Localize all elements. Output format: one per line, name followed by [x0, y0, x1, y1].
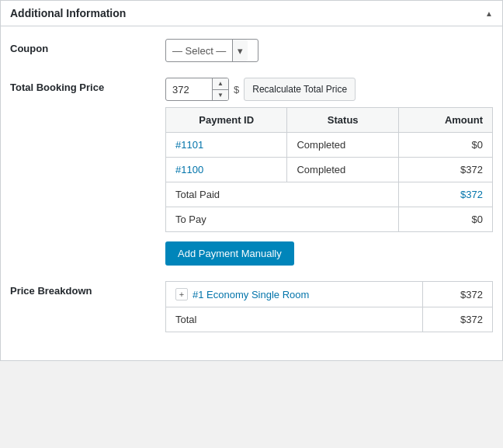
to-pay-label: To Pay	[166, 207, 399, 232]
price-value: 372	[166, 78, 213, 100]
breakdown-room-link[interactable]: #1 Economy Single Room	[193, 289, 309, 300]
price-number-input[interactable]: 372 ▲ ▼	[165, 78, 229, 101]
payment-amount-1100: $372	[398, 158, 492, 182]
payment-status-1100: Completed	[287, 158, 399, 182]
payment-row-1100: #1100 Completed $372	[166, 158, 493, 182]
payment-link-1100[interactable]: #1100	[175, 164, 203, 175]
additional-information-panel: Additional Information ▲ Coupon — Select…	[0, 0, 503, 361]
price-spinner-up[interactable]: ▲	[213, 78, 228, 90]
payment-status-1101: Completed	[287, 133, 399, 158]
payment-id-1100: #1100	[166, 158, 287, 182]
breakdown-room-amount: $372	[422, 282, 492, 307]
coupon-control: — Select — ▾	[165, 39, 493, 62]
price-breakdown-table: + #1 Economy Single Room $372 Total	[165, 281, 493, 332]
total-paid-row: Total Paid $372	[166, 182, 493, 207]
col-amount: Amount	[398, 108, 492, 133]
price-input-group: 372 ▲ ▼ $ Recalculate Total Price	[165, 78, 356, 101]
breakdown-room-number: #1	[193, 289, 206, 300]
breakdown-total-row: Total $372	[166, 307, 493, 332]
payment-id-1101: #1101	[166, 133, 287, 158]
panel-body: Coupon — Select — ▾ Total Booking Price …	[1, 26, 502, 360]
panel-title: Additional Information	[10, 7, 126, 19]
total-booking-price-control: 372 ▲ ▼ $ Recalculate Total Price Paymen…	[165, 78, 493, 266]
recalculate-button[interactable]: Recalculate Total Price	[244, 78, 356, 101]
total-paid-label: Total Paid	[166, 182, 399, 207]
col-payment-id: Payment ID	[166, 108, 287, 133]
coupon-label: Coupon	[10, 39, 165, 54]
payment-row-1101: #1101 Completed $0	[166, 133, 493, 158]
price-breakdown-label: Price Breakdown	[10, 281, 165, 297]
expand-icon[interactable]: +	[175, 288, 188, 300]
breakdown-total-amount: $372	[422, 307, 492, 332]
breakdown-room-cell: + #1 Economy Single Room	[166, 282, 423, 307]
to-pay-row: To Pay $0	[166, 207, 493, 232]
price-breakdown-control: + #1 Economy Single Room $372 Total	[165, 281, 493, 332]
total-paid-amount: $372	[398, 182, 492, 207]
breakdown-total-label: Total	[166, 307, 423, 332]
total-booking-price-label: Total Booking Price	[10, 78, 165, 93]
coupon-select[interactable]: — Select — ▾	[165, 39, 258, 62]
payment-table: Payment ID Status Amount #1101 Completed…	[165, 107, 493, 232]
coupon-select-value: — Select —	[166, 45, 232, 57]
price-breakdown-row: Price Breakdown + #1 Economy Single Room	[10, 281, 493, 332]
to-pay-amount: $0	[398, 207, 492, 232]
coupon-row: Coupon — Select — ▾	[10, 39, 493, 62]
price-spinners: ▲ ▼	[213, 78, 228, 100]
add-payment-button[interactable]: Add Payment Manually	[165, 241, 294, 266]
breakdown-room-inner: + #1 Economy Single Room	[175, 288, 413, 300]
breakdown-room-name: Economy Single Room	[206, 289, 309, 300]
price-spinner-down[interactable]: ▼	[213, 90, 228, 101]
breakdown-room-row: + #1 Economy Single Room $372	[166, 282, 493, 307]
coupon-dropdown-icon[interactable]: ▾	[232, 40, 248, 61]
col-status: Status	[287, 108, 399, 133]
panel-header: Additional Information ▲	[1, 1, 502, 26]
panel-toggle-icon[interactable]: ▲	[485, 9, 493, 18]
currency-symbol: $	[234, 84, 239, 96]
payment-link-1101[interactable]: #1101	[175, 139, 203, 151]
payment-amount-1101: $0	[398, 133, 492, 158]
total-booking-price-row: Total Booking Price 372 ▲ ▼ $ Recalculat…	[10, 78, 493, 266]
payment-table-header-row: Payment ID Status Amount	[166, 108, 493, 133]
